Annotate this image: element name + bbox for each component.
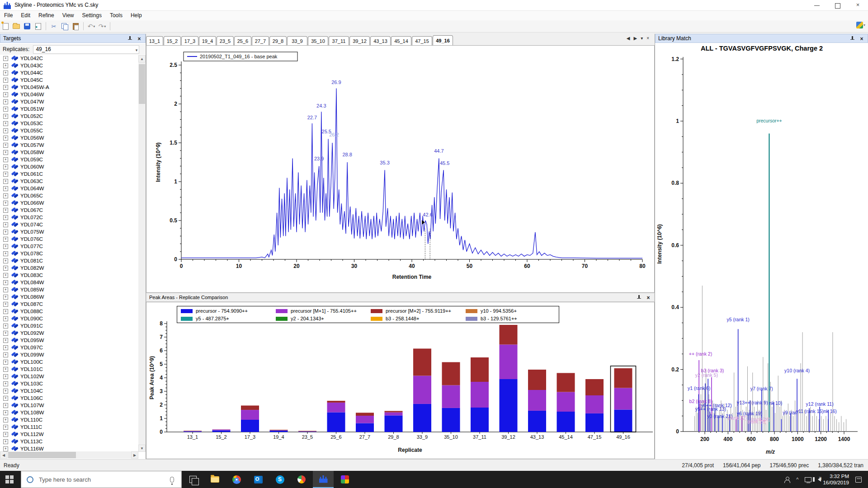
- action-center-icon[interactable]: [855, 477, 862, 483]
- tree-row[interactable]: +YDL058W: [0, 149, 138, 156]
- taskbar-app-file-explorer[interactable]: [204, 471, 225, 488]
- redo-dropdown-caret[interactable]: ▾: [104, 24, 106, 28]
- tree-row[interactable]: +YDL081C: [0, 258, 138, 265]
- expand-plus-icon[interactable]: +: [3, 410, 8, 415]
- expand-plus-icon[interactable]: +: [3, 107, 8, 112]
- taskbar-app-google[interactable]: [291, 471, 312, 488]
- tree-row[interactable]: +YDL102W: [0, 373, 138, 380]
- tab-49_16[interactable]: 49_16: [433, 35, 453, 45]
- expand-plus-icon[interactable]: +: [3, 230, 8, 235]
- tree-row[interactable]: +YDL106C: [0, 395, 138, 402]
- tree-row[interactable]: +YDL075W: [0, 229, 138, 236]
- tree-row[interactable]: +YDL059C: [0, 156, 138, 164]
- tab-13_1[interactable]: 13_1: [146, 36, 163, 45]
- close-icon[interactable]: ×: [136, 35, 142, 43]
- taskbar-app-outlook[interactable]: [248, 471, 269, 488]
- import-results-button[interactable]: [33, 21, 43, 31]
- tree-row[interactable]: +YDL095W: [0, 337, 138, 344]
- tree-row[interactable]: +YDL076C: [0, 236, 138, 243]
- tree-row[interactable]: +YDL087C: [0, 301, 138, 308]
- expand-plus-icon[interactable]: +: [3, 381, 8, 386]
- menu-item-view[interactable]: View: [58, 11, 78, 20]
- tree-row[interactable]: +YDL043C: [0, 62, 138, 70]
- tab-19_4[interactable]: 19_4: [199, 36, 216, 45]
- network-icon[interactable]: [805, 477, 811, 482]
- tab-47_15[interactable]: 47_15: [412, 36, 432, 45]
- scroll-right-icon[interactable]: ▶: [131, 451, 138, 459]
- tree-row[interactable]: +YDL067C: [0, 207, 138, 214]
- tree-row[interactable]: +YDL082W: [0, 265, 138, 272]
- expand-plus-icon[interactable]: +: [3, 425, 8, 430]
- tree-row[interactable]: +YDL116W: [0, 446, 138, 452]
- expand-plus-icon[interactable]: +: [3, 345, 8, 350]
- tab-33_9[interactable]: 33_9: [287, 36, 307, 45]
- tree-row[interactable]: +YDL104C: [0, 388, 138, 395]
- scrollbar-thumb[interactable]: [139, 64, 145, 104]
- tab-27_7[interactable]: 27_7: [252, 36, 269, 45]
- expand-plus-icon[interactable]: +: [3, 186, 8, 191]
- replicates-dropdown[interactable]: 49_16 ▾: [33, 45, 139, 54]
- expand-plus-icon[interactable]: +: [3, 237, 8, 242]
- tree-row[interactable]: +YDL057W: [0, 142, 138, 149]
- microphone-icon[interactable]: [170, 477, 174, 483]
- start-button[interactable]: [5, 475, 14, 483]
- expand-plus-icon[interactable]: +: [3, 99, 8, 104]
- expand-plus-icon[interactable]: +: [3, 164, 8, 169]
- close-icon[interactable]: ×: [859, 35, 865, 43]
- tree-row[interactable]: +YDL112W: [0, 431, 138, 438]
- tree-row[interactable]: +YDL111C: [0, 424, 138, 431]
- expand-plus-icon[interactable]: +: [3, 244, 8, 249]
- tree-row[interactable]: +YDL055C: [0, 127, 138, 135]
- expand-plus-icon[interactable]: +: [3, 215, 8, 220]
- tree-row[interactable]: +YDL074C: [0, 221, 138, 229]
- expand-plus-icon[interactable]: +: [3, 172, 8, 177]
- expand-plus-icon[interactable]: +: [3, 266, 8, 271]
- tree-row[interactable]: +YDL083C: [0, 272, 138, 279]
- tree-row[interactable]: +YDL099W: [0, 352, 138, 359]
- tree-row[interactable]: +YDL064W: [0, 185, 138, 192]
- expand-plus-icon[interactable]: +: [3, 418, 8, 422]
- spectral-library-toolbar-button[interactable]: ▾: [856, 22, 865, 28]
- expand-plus-icon[interactable]: +: [3, 280, 8, 285]
- expand-plus-icon[interactable]: +: [3, 287, 8, 292]
- close-icon[interactable]: ×: [645, 294, 651, 302]
- tree-row[interactable]: +YDL110C: [0, 417, 138, 424]
- copy-button[interactable]: [59, 21, 70, 31]
- tree-row[interactable]: +YDL088C: [0, 308, 138, 315]
- taskbar-app-photos[interactable]: [335, 471, 355, 488]
- open-button[interactable]: [11, 21, 22, 31]
- horizontal-scrollbar[interactable]: [7, 451, 131, 459]
- undo-dropdown-caret[interactable]: ▾: [93, 24, 95, 28]
- expand-plus-icon[interactable]: +: [3, 258, 8, 263]
- tree-row[interactable]: +YDL091C: [0, 323, 138, 330]
- expand-plus-icon[interactable]: +: [3, 367, 8, 372]
- taskbar-search[interactable]: Type here to search: [21, 471, 182, 488]
- expand-plus-icon[interactable]: +: [3, 295, 8, 300]
- tree-row[interactable]: +YDL100C: [0, 359, 138, 366]
- expand-plus-icon[interactable]: +: [3, 316, 8, 321]
- tab-menu-icon[interactable]: ▾: [641, 36, 643, 41]
- expand-plus-icon[interactable]: +: [3, 251, 8, 256]
- menu-item-tools[interactable]: Tools: [106, 11, 127, 20]
- tree-row[interactable]: +YDL072C: [0, 214, 138, 221]
- expand-plus-icon[interactable]: +: [3, 157, 8, 162]
- expand-plus-icon[interactable]: +: [3, 396, 8, 401]
- tab-15_2[interactable]: 15_2: [164, 36, 181, 45]
- tab-25_6[interactable]: 25_6: [234, 36, 251, 45]
- expand-plus-icon[interactable]: +: [3, 324, 8, 328]
- expand-plus-icon[interactable]: +: [3, 121, 8, 126]
- tab-17_3[interactable]: 17_3: [181, 36, 198, 45]
- library-dropdown-caret[interactable]: ▾: [863, 23, 865, 27]
- tree-row[interactable]: +YDL056W: [0, 135, 138, 142]
- expand-plus-icon[interactable]: +: [3, 150, 8, 155]
- tree-row[interactable]: +YDL061C: [0, 171, 138, 178]
- expand-plus-icon[interactable]: +: [3, 352, 8, 357]
- paste-button[interactable]: [70, 21, 81, 31]
- taskbar-clock[interactable]: 3:32 PM 16/09/2019: [823, 473, 849, 486]
- tree-row[interactable]: +YDL045W-A: [0, 84, 138, 91]
- tree-row[interactable]: +YDL090C: [0, 315, 138, 323]
- tree-row[interactable]: +YDL101C: [0, 366, 138, 373]
- new-document-button[interactable]: [0, 21, 11, 31]
- expand-plus-icon[interactable]: +: [3, 78, 8, 83]
- tab-45_14[interactable]: 45_14: [391, 36, 411, 45]
